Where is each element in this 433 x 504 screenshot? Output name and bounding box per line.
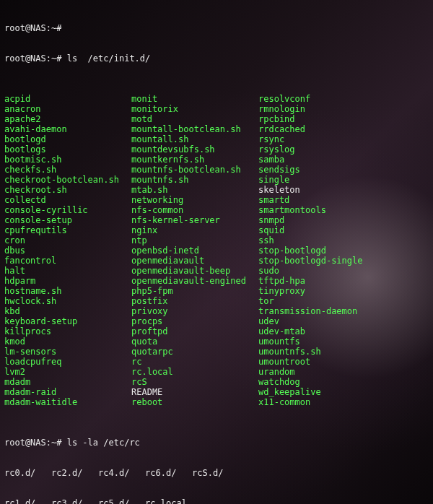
file-entry: smartmontools <box>258 205 363 215</box>
file-entry: cron <box>4 235 131 246</box>
file-entry: rrdcached <box>258 124 363 134</box>
file-entry: stop-bootlogd-single <box>258 256 363 266</box>
file-entry: checkroot.sh <box>4 185 131 195</box>
file-entry: bootlogd <box>4 134 131 144</box>
file-entry: sudo <box>258 266 363 276</box>
file-entry: tftpd-hpa <box>258 276 363 286</box>
file-entry: transmission-daemon <box>258 306 363 316</box>
file-entry: smartd <box>258 195 363 205</box>
file-entry: rmnologin <box>258 104 363 114</box>
file-entry: quota <box>131 336 258 347</box>
file-entry: single <box>258 175 363 185</box>
file-entry: openmediavault-engined <box>131 276 258 286</box>
file-entry: openmediavault <box>131 256 258 266</box>
file-entry: umountnfs.sh <box>258 347 363 357</box>
file-entry: resolvconf <box>258 94 363 104</box>
file-entry: mtab.sh <box>131 185 258 195</box>
file-entry: mountall.sh <box>131 134 258 144</box>
file-entry: collectd <box>4 195 131 205</box>
file-entry: anacron <box>4 104 131 114</box>
file-entry: README <box>131 387 258 397</box>
file-entry: cpufrequtils <box>4 225 131 235</box>
file-entry: nfs-common <box>131 205 258 215</box>
file-entry: samba <box>258 155 363 165</box>
prompt-line: root@NAS:~# <box>4 23 429 33</box>
file-entry: dbus <box>4 246 131 256</box>
file-entry: nginx <box>131 225 258 235</box>
file-entry: umountfs <box>258 336 363 347</box>
file-entry: wd_keepalive <box>258 387 363 397</box>
file-entry: ntp <box>131 235 258 246</box>
file-entry: php5-fpm <box>131 286 258 296</box>
file-entry: mdadm-raid <box>4 387 131 397</box>
file-entry: lvm2 <box>4 367 131 377</box>
file-entry: fancontrol <box>4 256 131 266</box>
file-entry: killprocs <box>4 326 131 336</box>
file-entry: avahi-daemon <box>4 124 131 134</box>
file-entry: rc <box>131 357 258 367</box>
file-entry: squid <box>258 225 363 235</box>
file-entry: mdadm-waitidle <box>4 397 131 407</box>
file-entry: postfix <box>131 296 258 306</box>
file-entry: quotarpc <box>131 347 258 357</box>
file-entry: reboot <box>131 397 258 407</box>
file-entry: lm-sensors <box>4 347 131 357</box>
file-entry: procps <box>131 316 258 326</box>
file-entry: console-cyrillic <box>4 205 131 215</box>
file-entry: rsyslog <box>258 144 363 155</box>
file-entry: hdparm <box>4 276 131 286</box>
file-entry: hostname.sh <box>4 286 131 296</box>
file-entry: bootlogs <box>4 144 131 155</box>
file-entry: urandom <box>258 367 363 377</box>
file-entry: keyboard-setup <box>4 316 131 326</box>
command-line: root@NAS:~# ls -la /etc/rc <box>4 438 429 448</box>
file-entry: rsync <box>258 134 363 144</box>
file-entry: watchdog <box>258 377 363 387</box>
file-entry: sendsigs <box>258 165 363 175</box>
file-entry: bootmisc.sh <box>4 155 131 165</box>
file-entry: rpcbind <box>258 114 363 124</box>
file-entry: privoxy <box>131 306 258 316</box>
file-entry: kmod <box>4 336 131 347</box>
file-entry: motd <box>131 114 258 124</box>
file-entry: checkfs.sh <box>4 165 131 175</box>
file-entry: ssh <box>258 235 363 246</box>
file-entry: x11-common <box>258 397 363 407</box>
file-entry: stop-bootlogd <box>258 246 363 256</box>
file-entry: monitorix <box>131 104 258 114</box>
file-entry: checkroot-bootclean.sh <box>4 175 131 185</box>
file-entry: udev-mtab <box>258 326 363 336</box>
file-entry: kbd <box>4 306 131 316</box>
file-entry: skeleton <box>258 185 363 195</box>
file-entry: hwclock.sh <box>4 296 131 306</box>
file-entry: mountkernfs.sh <box>131 155 258 165</box>
file-entry: rcS <box>131 377 258 387</box>
file-entry: rc.local <box>131 367 258 377</box>
file-entry: openmediavault-beep <box>131 266 258 276</box>
file-entry: mountnfs-bootclean.sh <box>131 165 258 175</box>
file-entry: monit <box>131 94 258 104</box>
file-entry: acpid <box>4 94 131 104</box>
file-entry: mdadm <box>4 377 131 387</box>
file-entry: networking <box>131 195 258 205</box>
file-entry: mountall-bootclean.sh <box>131 124 258 134</box>
file-entry: mountnfs.sh <box>131 175 258 185</box>
file-entry: loadcpufreq <box>4 357 131 367</box>
file-entry: snmpd <box>258 215 363 225</box>
file-entry: udev <box>258 316 363 326</box>
ls-columns: acpidanacronapache2avahi-daemonbootlogdb… <box>4 94 429 407</box>
tab-completion-line: rc1.d/ rc3.d/ rc5.d/ rc.local <box>4 498 429 504</box>
file-entry: console-setup <box>4 215 131 225</box>
file-entry: openbsd-inetd <box>131 246 258 256</box>
file-entry: apache2 <box>4 114 131 124</box>
file-entry: nfs-kernel-server <box>131 215 258 225</box>
file-entry: mountdevsubfs.sh <box>131 144 258 155</box>
command-line: root@NAS:~# ls /etc/init.d/ <box>4 53 429 64</box>
file-entry: proftpd <box>131 326 258 336</box>
file-entry: halt <box>4 266 131 276</box>
file-entry: tor <box>258 296 363 306</box>
terminal[interactable]: root@NAS:~# root@NAS:~# ls /etc/init.d/ … <box>0 0 433 504</box>
file-entry: umountroot <box>258 357 363 367</box>
tab-completion-line: rc0.d/ rc2.d/ rc4.d/ rc6.d/ rcS.d/ <box>4 468 429 478</box>
file-entry: tinyproxy <box>258 286 363 296</box>
